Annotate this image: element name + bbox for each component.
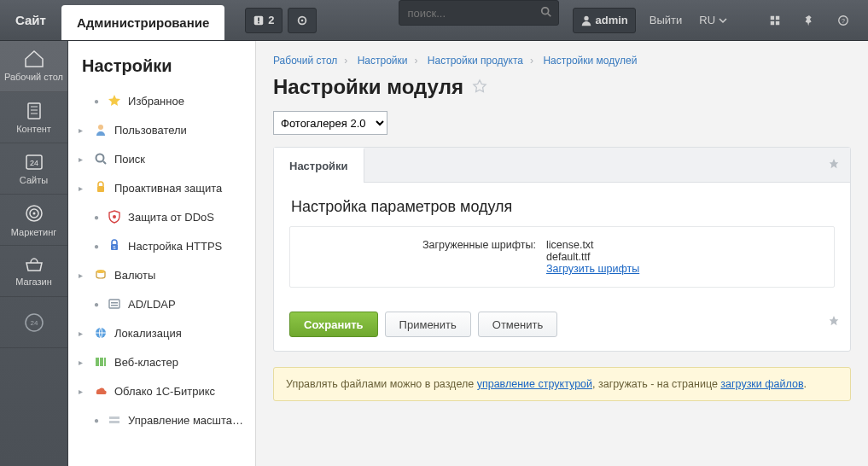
svg-line-6 (547, 14, 551, 17)
rail-sites[interactable]: 24 Сайты (0, 143, 67, 195)
bullet-icon: ● (94, 416, 99, 425)
upload-files-link[interactable]: загрузки файлов (720, 378, 803, 390)
help-icon-button[interactable]: ? (829, 15, 858, 26)
search-icon[interactable] (540, 6, 552, 18)
pin-icon-button[interactable] (795, 15, 824, 26)
svg-rect-35 (111, 305, 118, 306)
tree-item-label: Облако 1С-Битрикс (114, 385, 245, 398)
search-box (399, 0, 559, 40)
chevron-right-icon: › (523, 55, 540, 67)
breadcrumb-item[interactable]: Настройки продукта (428, 55, 523, 67)
tree-item[interactable]: ▸Пользователи (68, 115, 255, 144)
cancel-button[interactable]: Отменить (478, 312, 557, 337)
pin-icon[interactable] (828, 315, 840, 329)
tree-list: ●Избранное▸Пользователи▸Поиск▸Проактивна… (68, 86, 255, 434)
tree-item[interactable]: ●SНастройка HTTPS (68, 231, 255, 260)
tree-item[interactable]: ▸Проактивная защита (68, 173, 255, 202)
structure-link[interactable]: управление структурой (477, 378, 592, 390)
user-menu[interactable]: admin (573, 8, 636, 33)
settings-gear-button[interactable] (288, 8, 317, 33)
svg-point-4 (300, 19, 303, 21)
notification-count: 2 (268, 14, 274, 26)
rail-label: Маркетинг (11, 227, 56, 237)
expand-arrow-icon: ▸ (79, 358, 87, 367)
tree-item[interactable]: ▸Поиск (68, 144, 255, 173)
main-area: Рабочий стол› Настройки› Настройки проду… (256, 41, 868, 466)
svg-point-7 (584, 15, 588, 20)
tree-item[interactable]: ▸Локализация (68, 318, 255, 347)
tree-item-label: Настройка HTTPS (128, 240, 245, 253)
tree-item-icon (108, 210, 121, 224)
tree-item-icon (94, 123, 108, 137)
breadcrumb-item[interactable]: Настройки модулей (543, 55, 637, 67)
module-select-wrap: Фотогалерея 2.0 (273, 111, 851, 135)
svg-point-29 (113, 215, 116, 218)
tree-item[interactable]: ●Защита от DDoS (68, 202, 255, 231)
home-icon (23, 50, 45, 68)
logout-link[interactable]: Выйти (641, 0, 691, 40)
svg-rect-41 (109, 421, 119, 423)
tab-admin[interactable]: Администрирование (61, 5, 224, 40)
tab-site[interactable]: Сайт (0, 0, 61, 40)
rail-content[interactable]: Контент (0, 92, 67, 143)
tree-item-label: AD/LDAP (128, 298, 245, 311)
breadcrumb-item[interactable]: Настройки (358, 55, 408, 67)
tree-item-label: Управление масштабирова (128, 414, 245, 427)
search-input[interactable] (399, 0, 559, 26)
svg-text:24: 24 (30, 319, 38, 327)
svg-rect-34 (111, 302, 118, 304)
section-title: Настройка параметров модуля (274, 183, 850, 226)
tree-item[interactable]: ●AD/LDAP (68, 289, 255, 318)
user-name: admin (596, 14, 628, 26)
save-button[interactable]: Сохранить (289, 312, 378, 337)
svg-text:24: 24 (29, 159, 38, 167)
expand-arrow-icon: ▸ (79, 387, 87, 396)
rail-more[interactable]: 24 (0, 297, 67, 348)
svg-rect-10 (771, 20, 774, 24)
svg-rect-28 (97, 186, 104, 192)
tree-item-label: Локализация (114, 327, 245, 340)
tree-item-icon: S (108, 239, 121, 253)
apply-button[interactable]: Применить (385, 312, 471, 337)
svg-line-27 (103, 161, 106, 164)
tree-item-label: Проактивная защита (114, 182, 245, 195)
rail-label: Контент (16, 124, 51, 134)
tree-item[interactable]: ●Избранное (68, 86, 255, 115)
tree-item[interactable]: ▸Облако 1С-Битрикс (68, 376, 255, 405)
svg-rect-8 (771, 15, 774, 19)
breadcrumb-item[interactable]: Рабочий стол (273, 55, 337, 67)
bullet-icon: ● (94, 242, 99, 251)
tree-item[interactable]: ▸Валюты (68, 260, 255, 289)
pin-icon[interactable] (828, 158, 840, 172)
rail-marketing[interactable]: Маркетинг (0, 195, 67, 246)
svg-text:?: ? (842, 17, 845, 23)
lang-switcher[interactable]: RU (690, 0, 736, 40)
grid-icon (769, 15, 781, 26)
tree-item[interactable]: ▸Веб-кластер (68, 347, 255, 376)
grid-icon-button[interactable] (760, 15, 789, 26)
tree-item-icon (94, 326, 108, 340)
rail-shop[interactable]: Магазин (0, 246, 67, 297)
tab-settings[interactable]: Настройки (274, 148, 364, 183)
upload-fonts-link[interactable]: Загрузить шрифты (546, 263, 639, 275)
rail-desktop[interactable]: Рабочий стол (0, 41, 67, 92)
svg-rect-37 (96, 358, 99, 366)
chevron-right-icon: › (408, 55, 425, 67)
chevron-right-icon: › (337, 55, 354, 67)
topbar: Сайт Администрирование 2 admin Выйти RU … (0, 0, 868, 41)
button-row: Сохранить Применить Отменить (274, 303, 850, 351)
rail-label: Магазин (15, 277, 51, 287)
expand-arrow-icon: ▸ (79, 183, 87, 193)
tree-item-icon (108, 297, 121, 311)
tree-item-icon (94, 384, 108, 398)
notifications-button[interactable]: 2 (245, 8, 282, 33)
tree-item-label: Защита от DDoS (128, 211, 245, 224)
info-text: . (804, 378, 807, 390)
module-select[interactable]: Фотогалерея 2.0 (273, 111, 387, 135)
favorite-star-icon[interactable] (472, 75, 487, 99)
form-box: Загруженные шрифты: license.txt default.… (289, 226, 835, 288)
tree-item[interactable]: ●Управление масштабирова (68, 405, 255, 434)
basket-icon (24, 256, 44, 273)
lang-label: RU (699, 14, 715, 26)
tree-item-label: Поиск (114, 153, 245, 166)
